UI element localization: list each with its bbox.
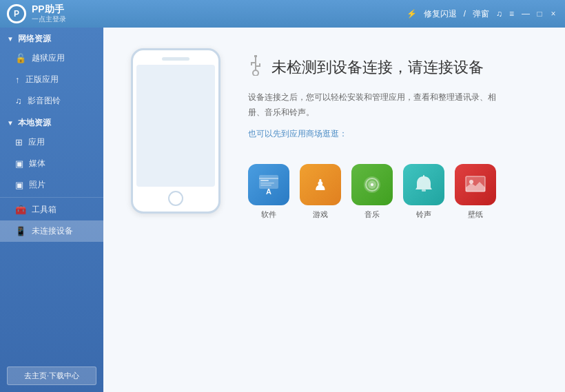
svg-rect-19 — [423, 175, 424, 177]
sidebar-item-toolbox[interactable]: 🧰 工具箱 — [0, 199, 103, 220]
sidebar-network-header: ▼ 网络资源 — [0, 28, 103, 48]
svg-text:♟: ♟ — [314, 176, 327, 194]
sidebar: ▼ 网络资源 🔓 越狱应用 ↑ 正版应用 ♫ 影音图铃 ▼ 本地资源 ⊞ 应用 … — [0, 28, 103, 392]
sidebar-item-official[interactable]: ↑ 正版应用 — [0, 69, 103, 90]
svg-rect-7 — [259, 175, 278, 189]
network-arrow-icon: ▼ — [7, 35, 14, 43]
svg-rect-1 — [255, 57, 256, 71]
apps-icon: ⊞ — [15, 137, 23, 147]
svg-text:A: A — [266, 187, 271, 196]
sidebar-item-media[interactable]: ♫ 影音图铃 — [0, 90, 103, 112]
software-icon: A — [248, 164, 289, 205]
category-music[interactable]: 音乐 — [351, 164, 393, 220]
media-local-label: 媒体 — [29, 158, 45, 169]
sidebar-item-media-local[interactable]: ▣ 媒体 — [0, 153, 103, 174]
game-icon: ♟ — [300, 164, 341, 205]
unconnected-icon: 📱 — [15, 226, 26, 236]
phone-speaker — [162, 57, 189, 61]
photos-label: 照片 — [29, 179, 45, 191]
phone-illustration — [131, 48, 220, 214]
apps-label: 应用 — [28, 136, 45, 148]
toolbox-label: 工具箱 — [32, 204, 56, 216]
media-local-icon: ▣ — [15, 158, 23, 169]
popup-label[interactable]: 弹窗 — [473, 8, 489, 20]
sidebar-item-apps[interactable]: ⊞ 应用 — [0, 132, 103, 153]
svg-rect-10 — [260, 183, 274, 184]
app-logo: P — [7, 4, 26, 23]
software-label: 软件 — [261, 209, 276, 220]
main-title-row: 未检测到设备连接，请连接设备 — [248, 55, 551, 80]
titlebar-tools: ⚡ 修复闪退 / 弹窗 ♫ ≡ — [407, 8, 514, 20]
app-categories: A 软件 ♟ 游戏 — [248, 164, 551, 220]
category-software[interactable]: A 软件 — [248, 164, 289, 220]
logo-inner: P — [9, 6, 24, 21]
photos-icon: ▣ — [15, 180, 23, 190]
wallpaper-icon — [455, 164, 496, 205]
phone-screen — [136, 65, 215, 187]
sidebar-item-photos[interactable]: ▣ 照片 — [0, 174, 103, 196]
sidebar-divider — [0, 197, 103, 198]
store-link[interactable]: 也可以先到应用商场逛逛： — [248, 128, 347, 140]
svg-point-16 — [371, 183, 373, 186]
titlebar: P PP助手 一点主登录 ⚡ 修复闪退 / 弹窗 ♫ ≡ — □ × — [0, 0, 565, 28]
close-button[interactable]: × — [548, 9, 558, 19]
sidebar-item-jailbreak[interactable]: 🔓 越狱应用 — [0, 48, 103, 69]
category-wallpaper[interactable]: 壁纸 — [455, 164, 496, 220]
music-label: 音乐 — [364, 209, 380, 220]
separator: / — [464, 9, 466, 19]
wallpaper-label: 壁纸 — [468, 209, 483, 220]
category-ringtone[interactable]: 铃声 — [403, 164, 444, 220]
sidebar-item-unconnected[interactable]: 📱 未连接设备 — [0, 220, 103, 242]
svg-rect-18 — [422, 189, 426, 192]
ringtone-label: 铃声 — [416, 209, 431, 220]
description-text: 设备连接之后，您可以轻松安装和管理应用，查看和整理通讯录、相册、音乐和铃声。 — [248, 90, 510, 120]
window-controls: — □ × — [521, 9, 558, 19]
maximize-button[interactable]: □ — [535, 9, 544, 19]
app-subtitle: 一点主登录 — [32, 14, 407, 24]
music-icon[interactable]: ♫ — [496, 9, 502, 19]
content-inner: 未检测到设备连接，请连接设备 设备连接之后，您可以轻松安装和管理应用，查看和整理… — [117, 48, 551, 220]
svg-point-6 — [253, 70, 258, 76]
jailbreak-icon: 🔓 — [15, 53, 26, 63]
right-content: 未检测到设备连接，请连接设备 设备连接之后，您可以轻松安装和管理应用，查看和整理… — [248, 48, 551, 220]
menu-icon[interactable]: ≡ — [509, 9, 514, 19]
media-icon: ♫ — [15, 96, 22, 106]
svg-rect-5 — [259, 63, 260, 67]
unconnected-label: 未连接设备 — [32, 225, 73, 237]
network-section-label: 网络资源 — [18, 33, 51, 45]
main-layout: ▼ 网络资源 🔓 越狱应用 ↑ 正版应用 ♫ 影音图铃 ▼ 本地资源 ⊞ 应用 … — [0, 28, 565, 392]
media-label: 影音图铃 — [28, 95, 61, 107]
phone — [131, 48, 220, 214]
svg-rect-9 — [260, 180, 269, 181]
jailbreak-label: 越狱应用 — [32, 52, 65, 64]
official-label: 正版应用 — [25, 74, 59, 85]
main-content: 未检测到设备连接，请连接设备 设备连接之后，您可以轻松安装和管理应用，查看和整理… — [103, 28, 565, 392]
game-label: 游戏 — [313, 209, 328, 220]
download-center-button[interactable]: 去主页·下载中心 — [7, 367, 96, 385]
music-icon — [351, 164, 393, 205]
phone-home-button — [168, 191, 183, 206]
official-icon: ↑ — [15, 74, 20, 85]
main-title-text: 未检测到设备连接，请连接设备 — [271, 57, 484, 78]
fix-crash-icon: ⚡ — [407, 9, 417, 19]
titlebar-info: PP助手 一点主登录 — [32, 3, 407, 25]
local-section-label: 本地资源 — [18, 117, 51, 129]
usb-icon — [248, 55, 263, 80]
svg-rect-8 — [259, 178, 278, 179]
sidebar-local-header: ▼ 本地资源 — [0, 112, 103, 132]
ringtone-icon — [403, 164, 444, 205]
local-arrow-icon: ▼ — [7, 119, 14, 127]
toolbox-icon: 🧰 — [15, 205, 26, 215]
minimize-button[interactable]: — — [521, 9, 531, 19]
category-game[interactable]: ♟ 游戏 — [300, 164, 341, 220]
sidebar-bottom: 去主页·下载中心 — [0, 360, 103, 392]
svg-rect-11 — [260, 185, 271, 186]
fix-crash-label[interactable]: 修复闪退 — [424, 8, 457, 20]
svg-rect-0 — [254, 55, 257, 57]
svg-rect-3 — [251, 62, 252, 65]
app-title: PP助手 — [32, 3, 407, 15]
